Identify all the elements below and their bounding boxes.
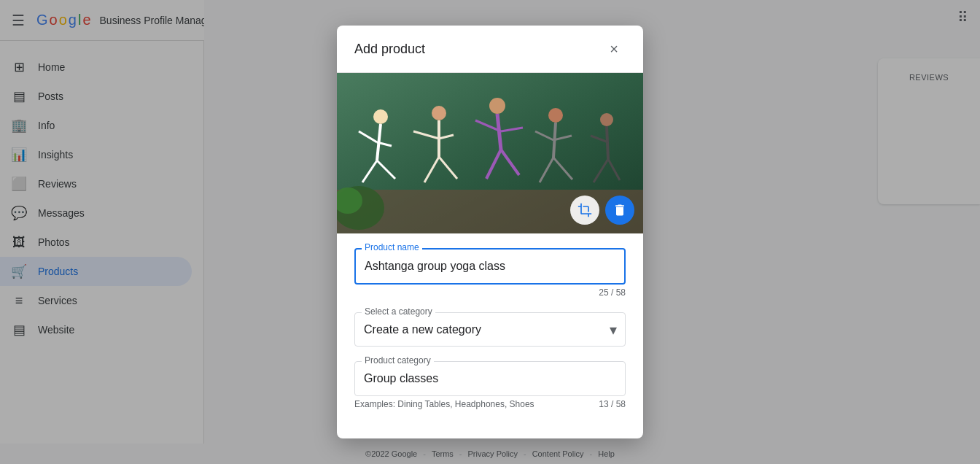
product-image-section: [337, 73, 643, 233]
category-char-count: 13 / 58: [599, 399, 626, 409]
select-category-field: Select a category Create a new category …: [354, 312, 626, 347]
product-category-input[interactable]: [354, 361, 626, 396]
svg-point-3: [373, 109, 388, 124]
delete-image-button[interactable]: [605, 196, 634, 225]
product-category-field: Product category Examples: Dining Tables…: [354, 361, 626, 409]
product-name-field: Product name 25 / 58: [354, 248, 626, 298]
product-category-label: Product category: [362, 355, 434, 366]
close-dialog-button[interactable]: ×: [602, 37, 626, 61]
svg-point-27: [600, 113, 613, 126]
select-category-dropdown[interactable]: Create a new category Group classes: [354, 312, 626, 347]
form-section: Product name 25 / 58 Select a category C…: [337, 233, 643, 438]
svg-point-15: [489, 98, 505, 114]
product-category-hint: Examples: Dining Tables, Headphones, Sho…: [354, 399, 626, 409]
dialog-header: Add product ×: [337, 26, 643, 73]
close-icon: ×: [610, 41, 618, 58]
crop-image-button[interactable]: [570, 196, 599, 225]
product-name-input[interactable]: [354, 248, 626, 285]
category-examples: Examples: Dining Tables, Headphones, Sho…: [354, 399, 534, 409]
product-name-label: Product name: [362, 242, 422, 252]
svg-point-9: [432, 106, 446, 120]
select-category-label: Select a category: [362, 306, 435, 317]
product-name-char-count: 25 / 58: [354, 287, 626, 298]
select-category-wrapper: Create a new category Group classes ▾: [354, 312, 626, 347]
add-product-dialog: Add product ×: [337, 26, 643, 438]
image-actions: [570, 196, 634, 225]
dialog-title: Add product: [354, 42, 425, 57]
dialog-body[interactable]: Product name 25 / 58 Select a category C…: [337, 73, 643, 438]
svg-point-21: [548, 108, 563, 123]
